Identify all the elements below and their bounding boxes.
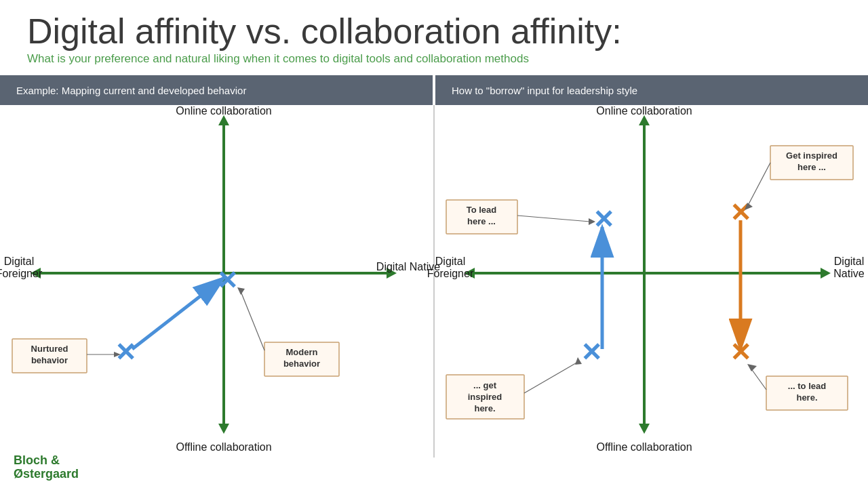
svg-marker-30	[639, 424, 650, 434]
svg-text:Digital: Digital	[435, 256, 465, 267]
svg-text:✕: ✕	[216, 266, 238, 295]
left-chart-panel: ✕ ✕ Nurtured behavior Modern behavior On…	[0, 105, 434, 458]
svg-text:behavior: behavior	[31, 355, 68, 365]
svg-text:Online collaboration: Online collaboration	[176, 105, 271, 117]
page: Digital affinity vs. collaboration affin…	[0, 0, 868, 488]
svg-text:here.: here.	[474, 403, 495, 413]
svg-line-42	[517, 216, 590, 222]
svg-marker-54	[575, 357, 582, 365]
svg-line-47	[748, 163, 770, 205]
svg-text:✕: ✕	[593, 205, 614, 234]
header-left: Example: Mapping current and developed b…	[0, 75, 433, 105]
right-chart-panel: ✕ ✕ ✕ ✕ To lead here ... Get inspired he…	[434, 105, 868, 458]
header-bar: Example: Mapping current and developed b…	[0, 75, 868, 105]
svg-text:here ...: here ...	[797, 162, 826, 172]
svg-text:Digital: Digital	[4, 256, 34, 267]
svg-text:✕: ✕	[115, 338, 136, 367]
main-title: Digital affinity vs. collaboration affin…	[27, 12, 841, 51]
svg-text:✕: ✕	[730, 338, 751, 367]
svg-text:here ...: here ...	[467, 216, 496, 226]
svg-marker-48	[745, 203, 753, 210]
svg-marker-27	[465, 268, 475, 279]
svg-text:To lead: To lead	[467, 205, 497, 215]
svg-marker-29	[639, 115, 650, 125]
svg-text:Get inspired: Get inspired	[786, 150, 837, 161]
svg-marker-5	[218, 424, 229, 434]
svg-text:Digital: Digital	[834, 256, 864, 267]
svg-rect-10	[12, 339, 87, 373]
logo-text: Bloch & Østergaard	[14, 453, 79, 481]
svg-line-58	[751, 368, 766, 390]
svg-text:Nurtured: Nurtured	[31, 344, 68, 354]
svg-line-7	[132, 278, 224, 349]
svg-text:Offline collaboration: Offline collaboration	[596, 441, 692, 453]
content-area: ✕ ✕ Nurtured behavior Modern behavior On…	[0, 105, 868, 458]
svg-text:inspired: inspired	[468, 392, 502, 402]
svg-marker-26	[821, 268, 831, 279]
right-connectors: ✕ ✕ ✕ ✕ To lead here ... Get inspired he…	[434, 105, 868, 458]
svg-rect-55	[766, 376, 848, 410]
svg-text:Offline collaboration: Offline collaboration	[176, 441, 271, 453]
svg-text:... get: ... get	[473, 380, 497, 390]
svg-marker-59	[747, 364, 757, 371]
svg-text:✕: ✕	[580, 338, 602, 367]
svg-text:✕: ✕	[730, 199, 751, 227]
left-connectors: ✕ ✕ Nurtured behavior Modern behavior On…	[0, 105, 434, 458]
title-section: Digital affinity vs. collaboration affin…	[0, 0, 868, 70]
svg-line-53	[524, 361, 579, 393]
svg-text:... to lead: ... to lead	[788, 381, 826, 391]
svg-rect-15	[264, 342, 339, 376]
svg-text:Online collaboration: Online collaboration	[596, 105, 692, 117]
svg-rect-39	[446, 200, 517, 234]
svg-marker-2	[31, 268, 41, 279]
svg-marker-14	[114, 352, 121, 357]
svg-text:behavior: behavior	[283, 359, 320, 369]
svg-text:Foreigner: Foreigner	[0, 268, 43, 279]
svg-rect-44	[770, 146, 853, 180]
svg-marker-19	[237, 287, 245, 295]
svg-text:here.: here.	[796, 392, 817, 403]
svg-text:Digital Native: Digital Native	[376, 261, 440, 272]
header-right: How to "borrow" input for leadership sty…	[435, 75, 868, 105]
svg-rect-49	[446, 375, 524, 419]
svg-text:Foreigner: Foreigner	[427, 268, 474, 279]
subtitle: What is your preference and natural liki…	[27, 52, 841, 66]
svg-text:Modern: Modern	[286, 347, 318, 357]
logo: Bloch & Østergaard	[14, 453, 79, 481]
svg-text:Native: Native	[833, 268, 864, 279]
svg-line-18	[241, 291, 264, 350]
svg-marker-4	[218, 115, 229, 125]
svg-marker-43	[589, 218, 595, 225]
svg-marker-1	[387, 268, 397, 279]
